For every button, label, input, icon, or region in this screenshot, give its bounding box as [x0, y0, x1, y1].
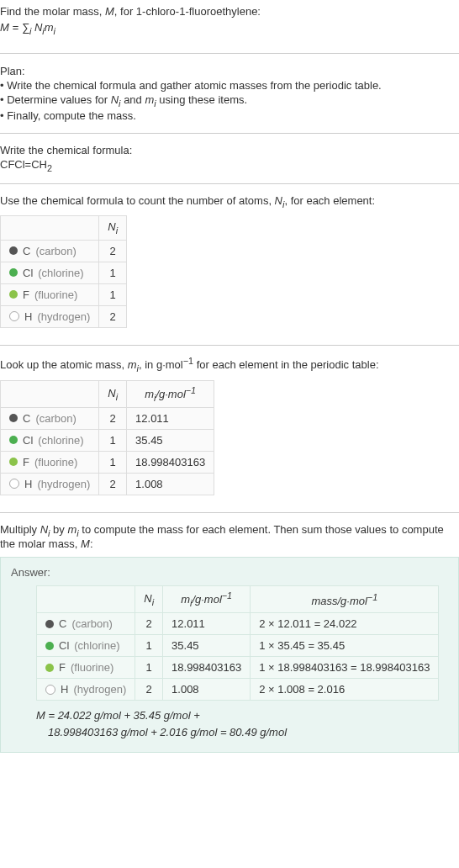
element-dot-icon [9, 246, 18, 255]
mi-header: mi/g·mol−1 [127, 380, 214, 407]
element-name: (hydrogen) [37, 310, 90, 323]
count-title: Use the chemical formula to count the nu… [0, 194, 459, 209]
Ni-header-sym: N [108, 220, 115, 233]
element-cell: Cl(chlorine) [1, 429, 99, 451]
chem-formula-title: Write the chemical formula: [0, 144, 459, 156]
m-cell: 35.45 [163, 635, 251, 657]
element-dot-icon [45, 664, 54, 672]
plan-bullet-3: • Finally, compute the mass. [0, 108, 459, 123]
mul-mid: by [50, 523, 67, 536]
intro-M: M [105, 5, 114, 18]
mass-header: mass/g·mol−1 [251, 586, 439, 613]
lookup-sup: −1 [183, 356, 193, 366]
m-cell: 1.008 [163, 679, 251, 701]
element-symbol: F [23, 288, 29, 301]
lookup-table: Ni mi/g·mol−1 C(carbon)212.011Cl(chlorin… [0, 380, 214, 495]
Ni-header: Ni [135, 586, 163, 613]
table-row: H(hydrogen)2 [1, 305, 127, 327]
intro-section: Find the molar mass, M, for 1-chloro-1-f… [0, 0, 459, 46]
N-cell: 1 [135, 657, 163, 679]
N-cell: 2 [135, 679, 163, 701]
element-cell: H(hydrogen) [37, 679, 135, 701]
N-cell: 2 [99, 305, 127, 327]
count-Ni: Ni [275, 194, 285, 207]
intro-after: , for 1-chloro-1-fluoroethylene: [114, 5, 261, 18]
plan-mi-sym: m [145, 93, 154, 106]
element-dot-icon [9, 458, 18, 466]
N-cell: 1 [99, 283, 127, 305]
mul-mi: mi [67, 523, 78, 536]
table-row: C(carbon)212.011 [1, 407, 214, 429]
table-row: H(hydrogen)21.008 [1, 473, 214, 495]
lookup-mi-sym: m [128, 358, 137, 371]
element-name: (fluorine) [71, 661, 113, 674]
element-name: (carbon) [35, 412, 76, 425]
mass-cell: 1 × 35.45 = 35.45 [251, 635, 439, 657]
element-cell: F(fluorine) [37, 657, 135, 679]
table-row: F(fluorine)1 [1, 283, 127, 305]
multiply-section: Multiply Ni by mi to compute the mass fo… [0, 520, 459, 554]
element-dot-icon [9, 436, 18, 444]
count-title-after: , for each element: [284, 194, 375, 207]
N-cell: 2 [99, 240, 127, 262]
table-row: H(hydrogen)21.0082 × 1.008 = 2.016 [37, 679, 439, 701]
table-header-row: Ni mi/g·mol−1 [1, 380, 214, 407]
Ni-header-sym: N [144, 592, 151, 605]
element-dot-icon [9, 290, 18, 299]
plan-Ni-sym: N [111, 93, 119, 106]
plan-Ni: Ni [111, 93, 121, 106]
element-dot-icon [9, 311, 19, 321]
plan-bullet-2: • Determine values for Ni and mi using t… [0, 93, 459, 109]
chemical-formula-section: Write the chemical formula: CFCl=CH2 [0, 140, 459, 177]
element-symbol: Cl [23, 434, 33, 447]
element-symbol: Cl [59, 639, 69, 652]
element-symbol: F [23, 456, 29, 468]
element-cell: C(carbon) [1, 240, 99, 262]
lookup-mid: , in g·mol [139, 358, 183, 371]
Ni-header-sub: i [116, 391, 118, 401]
lookup-section: Look up the atomic mass, mi, in g·mol−1 … [0, 352, 459, 505]
intro-before: Find the molar mass, [0, 5, 105, 18]
m-cell: 35.45 [127, 429, 214, 451]
plan-bullet-1: • Write the chemical formula and gather … [0, 78, 459, 93]
mass-cell: 1 × 18.998403163 = 18.998403163 [251, 657, 439, 679]
element-cell: F(fluorine) [1, 451, 99, 473]
element-dot-icon [9, 414, 18, 422]
element-name: (chlorine) [38, 267, 83, 279]
table-row: Cl(chlorine)1 [1, 262, 127, 283]
element-name: (chlorine) [74, 639, 119, 652]
Ni-header-sub: i [152, 597, 154, 607]
N-cell: 1 [135, 635, 163, 657]
final-equation: M = 24.022 g/mol + 35.45 g/mol + 18.9984… [36, 707, 448, 740]
molar-mass-formula: M = ∑i Nimi [0, 19, 459, 43]
element-symbol: H [24, 478, 32, 490]
Ni-header-sub: i [116, 225, 118, 236]
element-cell: F(fluorine) [1, 283, 99, 305]
count-section: Use the chemical formula to count the nu… [0, 191, 459, 338]
element-dot-icon [45, 642, 54, 650]
element-cell: C(carbon) [37, 613, 135, 635]
N-cell: 1 [99, 262, 127, 283]
N-cell: 1 [99, 429, 127, 451]
element-name: (chlorine) [38, 434, 83, 447]
N-cell: 2 [99, 473, 127, 495]
element-symbol: H [24, 310, 32, 323]
element-cell: Cl(chlorine) [37, 635, 135, 657]
plan-b2-before: • Determine values for [0, 93, 111, 106]
table-row: Cl(chlorine)135.45 [1, 429, 214, 451]
mass-cell: 2 × 12.011 = 24.022 [251, 613, 439, 635]
blank-header [1, 380, 99, 407]
table-row: F(fluorine)118.998403163 [1, 451, 214, 473]
Ni-header-sym: N [108, 387, 115, 400]
divider [0, 512, 459, 513]
mul-before: Multiply [0, 523, 40, 536]
mul-end: : [90, 537, 93, 550]
divider [0, 345, 459, 346]
blank-header [1, 216, 99, 241]
table-header-row: Ni mi/g·mol−1 mass/g·mol−1 [37, 586, 439, 613]
element-cell: H(hydrogen) [1, 473, 99, 495]
element-dot-icon [45, 685, 55, 695]
element-symbol: C [23, 412, 30, 425]
plan-section: Plan: • Write the chemical formula and g… [0, 61, 459, 127]
m-cell: 18.998403163 [163, 657, 251, 679]
